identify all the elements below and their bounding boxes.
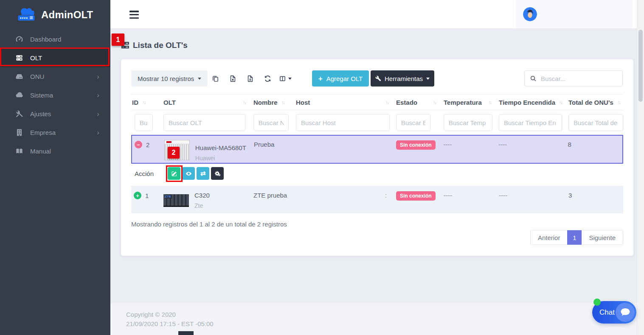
expand-row-icon[interactable]: + (134, 192, 141, 199)
filter-estado-input[interactable] (396, 114, 430, 131)
column-visibility-button[interactable] (276, 70, 294, 87)
sidebar-item-dashboard[interactable]: Dashboard (0, 30, 110, 48)
sort-icon: ↑↓ (281, 100, 284, 105)
filter-temperatura-input[interactable] (444, 114, 492, 131)
chevron-right-icon: › (97, 92, 99, 99)
scrollbar-thumb[interactable] (638, 30, 643, 102)
filter-id-input[interactable] (135, 114, 153, 131)
sidebar-item-label: Dashboard (30, 36, 61, 43)
gears-icon (214, 170, 221, 177)
page-footer: Copyright © 2020 21/09/2020 17:15 - EST … (110, 302, 637, 335)
speech-bubble-icon (620, 308, 630, 317)
view-olt-button[interactable] (182, 167, 195, 180)
sidebar-item-label: Manual (30, 148, 51, 155)
hdd-icon (14, 72, 24, 81)
column-header-temperatura[interactable]: Temperatura↑↓ (439, 99, 494, 106)
chat-online-dot (593, 299, 601, 306)
search-input[interactable] (541, 75, 617, 82)
scrollbar[interactable] (637, 0, 644, 335)
column-header-tiempo-encendida[interactable]: Tiempo Encendida↑↓ (494, 99, 563, 106)
cell-id: 1 (145, 192, 149, 199)
tools-icon (14, 109, 24, 118)
collapse-row-icon[interactable]: − (135, 141, 142, 148)
sort-icon: ↑↓ (142, 100, 145, 105)
sidebar: AdminOLT Dashboard OLT ONU › Sistema › A… (0, 0, 110, 335)
sidebar-item-label: Sistema (30, 92, 53, 99)
menu-toggle-icon[interactable] (129, 11, 139, 19)
sidebar-item-label: Ajustes (30, 110, 51, 117)
column-header-olt[interactable]: OLT↑↓ (158, 99, 248, 106)
cell-total-onus: 8 (562, 141, 622, 148)
exchange-button[interactable]: ⇄ (197, 167, 209, 180)
caret-down-icon (198, 78, 201, 80)
status-badge: Sin conexión (396, 140, 436, 150)
book-icon (14, 146, 24, 156)
column-header-host[interactable]: Host↑↓ (291, 99, 391, 106)
sidebar-item-manual[interactable]: Manual (0, 142, 110, 160)
chat-bubble-icon (616, 303, 635, 322)
cell-olt-name: C320 (194, 192, 210, 199)
next-page-button[interactable]: Siguiente (582, 230, 623, 245)
sidebar-item-olt[interactable]: OLT (0, 48, 110, 67)
sidebar-item-label: ONU (30, 73, 44, 80)
row-detail-actions: Acción ⇄ (131, 165, 225, 182)
export-buttons (207, 70, 294, 87)
table-search (524, 70, 623, 87)
column-header-estado[interactable]: Estado↑↓ (391, 99, 439, 106)
brand[interactable]: AdminOLT (0, 0, 110, 30)
sidebar-item-onu[interactable]: ONU › (0, 67, 110, 86)
topbar (110, 0, 637, 29)
avatar[interactable] (523, 7, 537, 21)
cell-tiempo-encendida: ---- (494, 192, 563, 199)
annotation-step-1: 1 (112, 34, 124, 46)
cell-temperatura: ---- (439, 192, 494, 199)
exchange-icon: ⇄ (200, 170, 206, 177)
cell-olt-name: Huawei-MA5680T (195, 144, 246, 151)
cell-nombre: ZTE prueba (248, 192, 291, 199)
main-content: Lista de OLT's Mostrar 10 registros (110, 29, 637, 335)
sidebar-item-label: Empresa (30, 129, 56, 136)
tools-dropdown-button[interactable]: Herramientas (371, 70, 434, 87)
column-header-total-onus[interactable]: Total de ONU's↑↓ (563, 99, 623, 106)
previous-page-button[interactable]: Anterior (531, 230, 568, 245)
export-excel-button[interactable] (224, 70, 242, 87)
column-header-nombre[interactable]: Nombre↑↓ (248, 99, 291, 106)
copyright-text: Copyright © 2020 (126, 310, 637, 319)
server-icon (14, 53, 24, 62)
sidebar-item-empresa[interactable]: Empresa › (0, 123, 110, 142)
sidebar-item-ajustes[interactable]: Ajustes › (0, 104, 110, 123)
chat-label: Chat (599, 308, 615, 317)
cell-host: : (291, 192, 391, 199)
caret-down-icon (426, 78, 430, 80)
filter-tiempo-input[interactable] (499, 114, 562, 131)
add-olt-button[interactable]: + Agregar OLT (312, 70, 369, 87)
chevron-right-icon: › (97, 129, 99, 136)
current-page-button[interactable]: 1 (567, 230, 582, 245)
pagination: Anterior 1 Siguiente (530, 230, 623, 245)
building-icon (14, 128, 24, 137)
sort-icon: ↑↓ (385, 100, 388, 105)
refresh-button[interactable] (259, 70, 276, 87)
export-pdf-button[interactable] (242, 70, 259, 87)
filter-host-input[interactable] (296, 114, 390, 131)
settings-olt-button[interactable] (211, 167, 224, 180)
olt-list-card: Mostrar 10 registros (121, 59, 633, 256)
table-info: Mostrando registros del 1 al 2 de un tot… (131, 221, 287, 228)
copy-button[interactable] (207, 70, 224, 87)
table-row-zte[interactable]: + 1 ZTE C320 Zte ZTE prueba : Sin conexi… (131, 186, 623, 213)
table-row-huawei[interactable]: − 2 Huawei-MA5680T Huawei Prueba Sin con… (131, 135, 623, 164)
cell-olt-brand: Huawei (195, 155, 246, 162)
filter-nombre-input[interactable] (253, 114, 289, 131)
column-header-id[interactable]: ID↑↓ (131, 99, 158, 106)
show-entries-dropdown[interactable]: Mostrar 10 registros (131, 70, 208, 87)
filter-olt-input[interactable] (163, 114, 245, 131)
sidebar-item-sistema[interactable]: Sistema › (0, 86, 110, 104)
action-label: Acción (135, 170, 168, 177)
cropped-bottom-element (178, 331, 194, 335)
user-section (516, 0, 633, 28)
sidebar-item-label: OLT (30, 54, 42, 61)
sort-icon: ↑↓ (433, 100, 436, 105)
edit-olt-button[interactable] (168, 167, 180, 180)
caret-down-icon (288, 78, 292, 80)
filter-total-input[interactable] (568, 114, 623, 131)
